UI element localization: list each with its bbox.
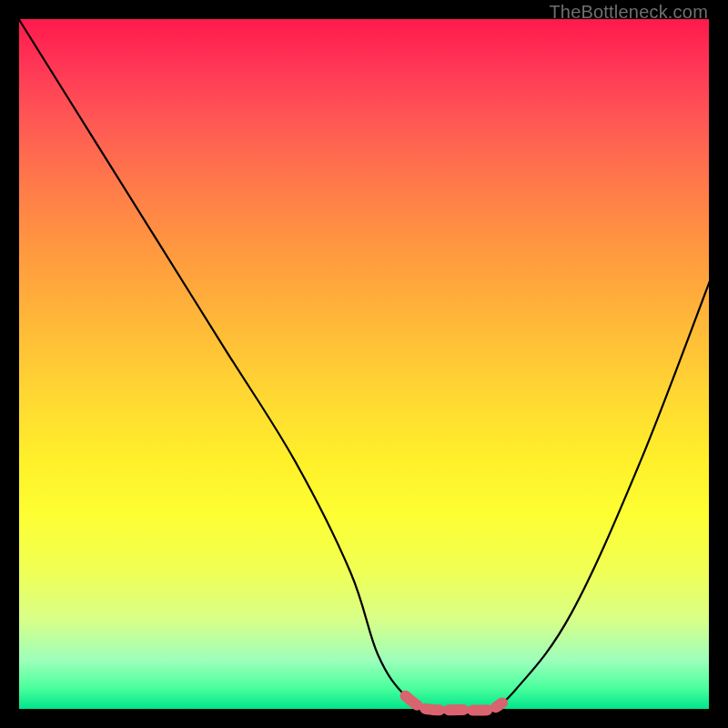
chart-container: TheBottleneck.com [0, 0, 728, 728]
optimal-zone-marker [406, 696, 502, 711]
chart-svg [18, 18, 710, 710]
bottleneck-curve [18, 18, 710, 712]
